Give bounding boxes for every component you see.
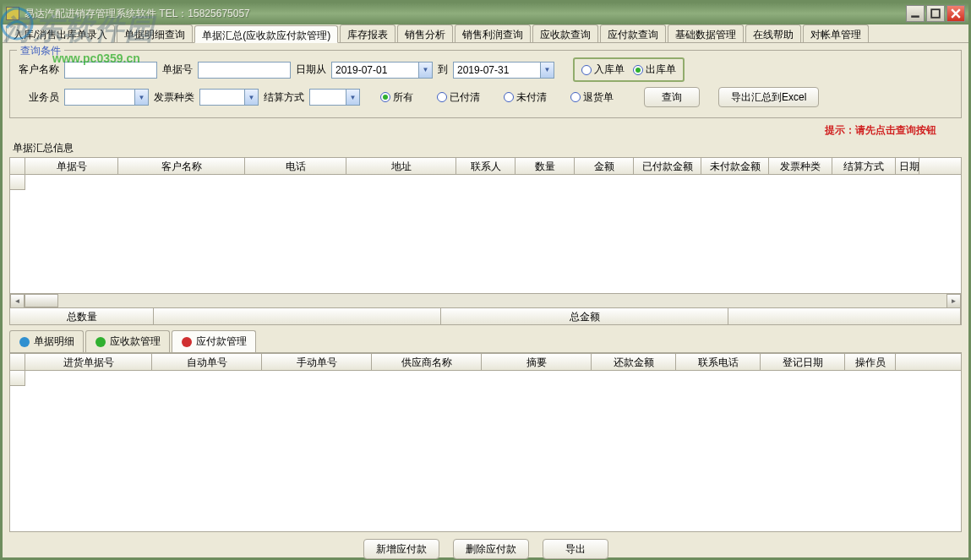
outbound-radio[interactable]: 出库单 <box>633 63 676 77</box>
salesman-label: 业务员 <box>29 90 59 105</box>
main-tab-10[interactable]: 对帐单管理 <box>803 24 869 42</box>
grid1-header-cell[interactable]: 日期 <box>896 158 919 174</box>
grid2-header-cell[interactable]: 还款金额 <box>592 354 676 370</box>
main-tab-5[interactable]: 销售利润查询 <box>455 24 531 42</box>
grid1-header-cell[interactable]: 地址 <box>346 158 456 174</box>
dateto-combo[interactable]: 2019-07-31▼ <box>453 62 554 79</box>
tab-icon <box>181 336 193 348</box>
grid1-header-cell[interactable]: 数量 <box>516 158 575 174</box>
sub-tab-1[interactable]: 应收款管理 <box>85 330 170 352</box>
filter-paid-radio[interactable]: 已付清 <box>437 90 480 105</box>
query-fieldset-title: 查询条件 <box>17 44 64 58</box>
sub-tab-label: 单据明细 <box>34 334 74 349</box>
grid1-header-cell[interactable]: 发票种类 <box>769 158 832 174</box>
tab-icon <box>19 336 30 348</box>
chevron-down-icon: ▼ <box>134 90 148 105</box>
dateto-label: 到 <box>438 63 448 77</box>
svg-point-6 <box>95 337 106 347</box>
titlebar: 易达汽配进销存管理系统软件 TEL：15825675057 <box>3 3 968 24</box>
settlement-label: 结算方式 <box>264 90 304 105</box>
search-button[interactable]: 查询 <box>644 87 700 107</box>
svg-point-5 <box>19 337 30 347</box>
grid2-header-cell[interactable]: 自动单号 <box>152 354 262 370</box>
horizontal-scrollbar[interactable]: ◄ ► <box>10 293 961 307</box>
datefrom-label: 日期从 <box>296 63 326 77</box>
datefrom-combo[interactable]: 2019-07-01▼ <box>331 62 433 79</box>
minimize-button[interactable] <box>906 5 925 22</box>
grid2-header-cell[interactable]: 操作员 <box>845 354 896 370</box>
filter-unpaid-radio[interactable]: 未付清 <box>504 90 547 105</box>
delete-payable-button[interactable]: 删除应付款 <box>453 539 529 559</box>
sub-tab-2[interactable]: 应付款管理 <box>172 330 256 352</box>
grid2-header-cell[interactable]: 登记日期 <box>761 354 845 370</box>
scroll-left-icon[interactable]: ◄ <box>10 294 25 308</box>
grid2-header-cell[interactable]: 联系电话 <box>676 354 761 370</box>
tab-icon <box>95 336 106 348</box>
main-tab-0[interactable]: 入库/消售出库单录入 <box>6 24 115 42</box>
sub-tab-0[interactable]: 单据明细 <box>9 330 84 352</box>
grid2-header-cell[interactable]: 摘要 <box>482 354 592 370</box>
svg-point-7 <box>182 337 192 347</box>
sub-tab-label: 应付款管理 <box>196 334 247 349</box>
maximize-button[interactable] <box>926 5 945 22</box>
grid1-header-cell[interactable]: 联系人 <box>456 158 516 174</box>
hint-text: 提示：请先点击查询按钮 <box>9 123 936 138</box>
filter-return-radio[interactable]: 退货单 <box>570 90 614 105</box>
invoice-combo[interactable]: ▼ <box>199 89 259 106</box>
docno-input[interactable] <box>198 62 291 79</box>
chevron-down-icon: ▼ <box>418 63 432 78</box>
total-amt-label: 总金额 <box>441 308 728 324</box>
grid1-header-cell[interactable]: 结算方式 <box>832 158 896 174</box>
chevron-down-icon: ▼ <box>244 90 258 105</box>
settlement-combo[interactable]: ▼ <box>309 89 360 106</box>
main-tab-7[interactable]: 应付款查询 <box>600 24 666 42</box>
grid2-header-cell[interactable]: 进货单据号 <box>25 354 152 370</box>
export-button[interactable]: 导出 <box>543 539 608 559</box>
grid1-header-cell[interactable]: 未付款金额 <box>701 158 769 174</box>
grid1-header-cell[interactable]: 金额 <box>575 158 634 174</box>
grid1-header-cell[interactable]: 电话 <box>245 158 346 174</box>
scroll-right-icon[interactable]: ► <box>946 294 961 308</box>
doc-type-box: 入库单 出库单 <box>573 57 685 82</box>
main-tab-1[interactable]: 单据明细查询 <box>117 24 193 42</box>
grid1-title: 单据汇总信息 <box>13 141 962 155</box>
grid2-header-cell[interactable]: 供应商名称 <box>372 354 482 370</box>
app-icon <box>6 7 19 20</box>
close-button[interactable] <box>946 5 965 22</box>
main-tab-6[interactable]: 应收款查询 <box>532 24 598 42</box>
salesman-combo[interactable]: ▼ <box>64 89 149 106</box>
main-tabs: 入库/消售出库单录入单据明细查询单据汇总(应收款应付款管理)库存报表销售分析销售… <box>3 24 968 43</box>
invoice-label: 发票种类 <box>154 90 194 105</box>
docno-label: 单据号 <box>162 63 193 77</box>
grid1-header-cell[interactable]: 单据号 <box>25 158 118 174</box>
customer-input[interactable] <box>64 62 157 79</box>
scroll-thumb[interactable] <box>25 294 58 307</box>
detail-grid[interactable]: 进货单据号自动单号手动单号供应商名称摘要还款金额联系电话登记日期操作员 <box>9 353 962 532</box>
inbound-radio[interactable]: 入库单 <box>581 63 625 77</box>
grid1-header-cell[interactable]: 客户名称 <box>118 158 245 174</box>
chevron-down-icon: ▼ <box>346 90 359 105</box>
summary-grid[interactable]: 单据号客户名称电话地址联系人数量金额已付款金额未付款金额发票种类结算方式日期 ◄… <box>9 157 962 308</box>
grid2-header-cell[interactable]: 手动单号 <box>262 354 372 370</box>
query-fieldset: 查询条件 客户名称 单据号 日期从 2019-07-01▼ 到 2019-07-… <box>9 50 962 118</box>
grid1-header-cell[interactable]: 已付款金额 <box>634 158 701 174</box>
total-qty-label: 总数量 <box>10 308 154 324</box>
customer-label: 客户名称 <box>19 63 59 77</box>
main-tab-9[interactable]: 在线帮助 <box>745 24 801 42</box>
main-tab-3[interactable]: 库存报表 <box>340 24 395 42</box>
svg-rect-1 <box>931 9 940 18</box>
sub-tab-label: 应收款管理 <box>110 334 161 349</box>
main-tab-8[interactable]: 基础数据管理 <box>668 24 744 42</box>
main-tab-2[interactable]: 单据汇总(应收款应付款管理) <box>194 25 338 43</box>
filter-all-radio[interactable]: 所有 <box>380 90 413 105</box>
window-title: 易达汽配进销存管理系统软件 TEL：15825675057 <box>25 7 906 21</box>
summary-bar: 总数量 总金额 <box>9 308 962 325</box>
main-tab-4[interactable]: 销售分析 <box>397 24 453 42</box>
export-excel-button[interactable]: 导出汇总到Excel <box>718 87 819 107</box>
chevron-down-icon: ▼ <box>540 63 554 78</box>
add-payable-button[interactable]: 新增应付款 <box>363 539 439 559</box>
sub-tabs: 单据明细应收款管理应付款管理 <box>9 330 962 353</box>
